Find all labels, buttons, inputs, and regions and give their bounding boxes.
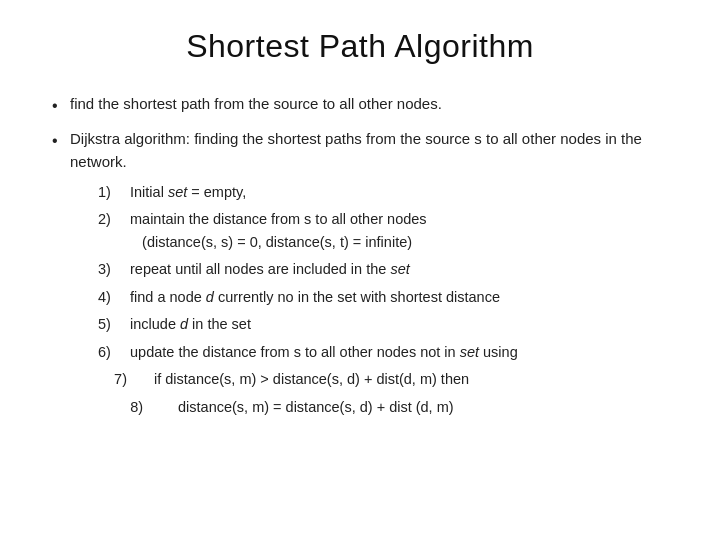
step-content-2: maintain the distance from s to all othe… bbox=[130, 208, 668, 253]
page: Shortest Path Algorithm • find the short… bbox=[0, 0, 720, 540]
step-content-1: Initial set = empty, bbox=[130, 181, 668, 203]
italic-set-3: set bbox=[390, 261, 409, 277]
step-3: 3) repeat until all nodes are included i… bbox=[98, 258, 668, 280]
bullet-icon: • bbox=[52, 129, 70, 153]
step-content-7: if distance(s, m) > distance(s, d) + dis… bbox=[154, 368, 668, 390]
step-content-3: repeat until all nodes are included in t… bbox=[130, 258, 668, 280]
bullet-text-2-content: Dijkstra algorithm: finding the shortest… bbox=[70, 130, 642, 170]
italic-set-6: set bbox=[460, 344, 479, 360]
bullet-text-1: find the shortest path from the source t… bbox=[70, 93, 668, 116]
step-1: 1) Initial set = empty, bbox=[98, 181, 668, 203]
italic-d-4: d bbox=[206, 289, 214, 305]
step-content-5: include d in the set bbox=[130, 313, 668, 335]
list-item: • find the shortest path from the source… bbox=[52, 93, 668, 118]
step-num-2: 2) bbox=[98, 208, 130, 230]
step-5: 5) include d in the set bbox=[98, 313, 668, 335]
italic-d-5: d bbox=[180, 316, 188, 332]
step-content-8: distance(s, m) = distance(s, d) + dist (… bbox=[178, 396, 668, 418]
bullet-icon: • bbox=[52, 94, 70, 118]
step-8: 8) distance(s, m) = distance(s, d) + dis… bbox=[98, 396, 668, 418]
numbered-steps: 1) Initial set = empty, 2) maintain the … bbox=[98, 181, 668, 418]
step-6: 6) update the distance from s to all oth… bbox=[98, 341, 668, 363]
step-4: 4) find a node d currently no in the set… bbox=[98, 286, 668, 308]
bullet-list: • find the shortest path from the source… bbox=[52, 93, 668, 423]
step-num-5: 5) bbox=[98, 313, 130, 335]
step-num-3: 3) bbox=[98, 258, 130, 280]
step-num-4: 4) bbox=[98, 286, 130, 308]
italic-set-1: set bbox=[168, 184, 187, 200]
step-7: 7) if distance(s, m) > distance(s, d) + … bbox=[98, 368, 668, 390]
page-title: Shortest Path Algorithm bbox=[52, 28, 668, 65]
list-item: • Dijkstra algorithm: finding the shorte… bbox=[52, 128, 668, 423]
step-2: 2) maintain the distance from s to all o… bbox=[98, 208, 668, 253]
step-num-7: 7) bbox=[98, 368, 154, 390]
bullet-text-2: Dijkstra algorithm: finding the shortest… bbox=[70, 128, 668, 423]
step-num-8: 8) bbox=[98, 396, 178, 418]
step-num-1: 1) bbox=[98, 181, 130, 203]
step-num-6: 6) bbox=[98, 341, 130, 363]
step-content-4: find a node d currently no in the set wi… bbox=[130, 286, 668, 308]
step-content-6: update the distance from s to all other … bbox=[130, 341, 668, 363]
